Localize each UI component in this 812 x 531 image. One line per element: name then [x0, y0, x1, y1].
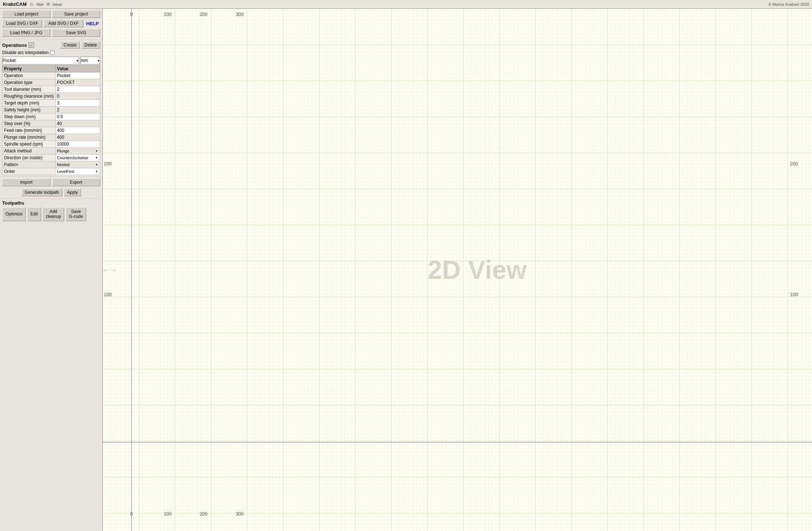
optimize-button[interactable]: Optimize — [2, 207, 26, 221]
prop-header-value: Value — [56, 66, 100, 72]
arrow-left-icon: ← — [103, 266, 109, 274]
property-value-input[interactable] — [57, 128, 98, 133]
collapse-button[interactable]: – — [28, 42, 34, 48]
toolpaths-section: Toolpaths Optimize Edit Add cleanup Save… — [0, 199, 102, 223]
property-label: Feed rate (mm/min) — [3, 127, 56, 134]
property-value — [56, 134, 100, 141]
titlebar: KrabzCAM ☆ Star ⊙ Issue © Marius Krabset… — [0, 0, 812, 9]
svg-rect-1 — [103, 9, 812, 531]
load-png-jpg-button[interactable]: Load PNG / JPG — [2, 29, 50, 37]
property-label: Spindle speed (rpm) — [3, 141, 56, 148]
star-icon: ☆ — [30, 2, 34, 7]
titlebar-title: KrabzCAM — [3, 1, 27, 7]
property-label: Order — [3, 168, 56, 175]
property-label: Roughing clearance (mm) — [3, 93, 56, 100]
svg-text:0: 0 — [130, 511, 133, 517]
generate-row: Generate toolpath Apply — [2, 188, 100, 197]
operations-title: Operations — [2, 43, 27, 48]
svg-btn-row: Load SVG / DXF Add SVG / DXF HELP — [2, 19, 100, 27]
canvas-area[interactable]: 0 100 200 300 0 100 200 300 200 100 200 … — [103, 9, 812, 531]
property-value-input[interactable] — [57, 87, 98, 92]
property-value-select[interactable]: LevelFirstPathFirst — [57, 169, 98, 174]
property-label: Plunge rate (mm/min) — [3, 134, 56, 141]
property-value — [56, 113, 100, 120]
svg-text:100: 100 — [790, 292, 798, 297]
help-button[interactable]: HELP — [85, 20, 100, 27]
property-value: LevelFirstPathFirst▾ — [56, 168, 100, 175]
arrow-right-icon: → — [110, 266, 117, 274]
property-value-select[interactable]: PlungeRampHelix — [57, 149, 98, 153]
star-button[interactable]: Star — [36, 2, 44, 6]
delete-button[interactable]: Delete — [81, 41, 100, 49]
grid-canvas: 0 100 200 300 0 100 200 300 200 100 200 … — [103, 9, 812, 531]
properties-table: Property Value OperationOperation typeTo… — [2, 65, 100, 175]
svg-text:200: 200 — [200, 511, 208, 517]
property-value-select[interactable]: NestedZigZagSpiral — [57, 162, 98, 167]
resize-handle[interactable]: ← → — [103, 266, 117, 274]
property-value-input[interactable] — [57, 142, 98, 147]
operations-section: Operations – Create Delete Disable arc i… — [0, 40, 102, 177]
svg-text:100: 100 — [104, 292, 112, 297]
svg-text:100: 100 — [164, 511, 172, 517]
save-gcode-button[interactable]: Save G-code — [66, 207, 86, 221]
property-value: CounterclockwiseClockwise▾ — [56, 155, 100, 161]
import-export-row: Import Export — [2, 178, 100, 186]
add-cleanup-button[interactable]: Add cleanup — [43, 207, 64, 221]
property-label: Pattern — [3, 161, 56, 168]
toolpaths-title: Toolpaths — [2, 200, 100, 206]
issue-button[interactable]: Issue — [53, 2, 62, 6]
property-value-input[interactable] — [57, 73, 98, 78]
property-value-input[interactable] — [57, 94, 98, 99]
svg-text:300: 300 — [236, 511, 244, 517]
property-label: Step over (%) — [3, 120, 56, 127]
sidebar: Load project Save project Load SVG / DXF… — [0, 9, 103, 531]
property-label: Tool diameter (mm) — [3, 86, 56, 93]
svg-text:200: 200 — [790, 161, 798, 166]
property-value: PlungeRampHelix▾ — [56, 148, 100, 155]
operations-buttons: Create Delete — [60, 41, 100, 49]
property-value — [56, 120, 100, 127]
property-value: NestedZigZagSpiral▾ — [56, 161, 100, 168]
property-value-input[interactable] — [57, 101, 98, 106]
add-svg-dxf-button[interactable]: Add SVG / DXF — [44, 19, 84, 27]
titlebar-left: KrabzCAM ☆ Star ⊙ Issue — [3, 1, 62, 7]
arc-interpolation-row: Disable arc interpolation — [2, 50, 100, 55]
unit-select[interactable]: mm inch — [80, 57, 100, 64]
issue-icon: ⊙ — [46, 2, 50, 6]
create-button[interactable]: Create — [60, 41, 80, 49]
toolpaths-buttons: Optimize Edit Add cleanup Save G-code — [2, 207, 100, 221]
operation-select-row: Pocket Contour Drill ▾ mm inch ▾ — [2, 57, 100, 64]
property-value — [56, 127, 100, 134]
svg-text:0: 0 — [130, 12, 133, 17]
property-label: Operation type — [3, 79, 56, 86]
arc-interpolation-checkbox[interactable] — [50, 50, 55, 55]
property-label: Direction (on inside) — [3, 155, 56, 161]
property-value — [56, 93, 100, 100]
property-label: Step down (mm) — [3, 113, 56, 120]
load-project-button[interactable]: Load project — [2, 10, 50, 18]
prop-header-property: Property — [3, 66, 56, 72]
import-export-section: Import Export Generate toolpath Apply — [0, 177, 102, 199]
property-value-input[interactable] — [57, 114, 98, 119]
apply-button[interactable]: Apply — [64, 188, 81, 196]
property-value-input[interactable] — [57, 107, 98, 112]
project-btn-row: Load project Save project — [2, 10, 100, 18]
property-value-input[interactable] — [57, 80, 98, 85]
property-value-input[interactable] — [57, 135, 98, 140]
property-value-input[interactable] — [57, 121, 98, 126]
property-value — [56, 100, 100, 107]
load-svg-dxf-button[interactable]: Load SVG / DXF — [2, 19, 42, 27]
operation-type-select[interactable]: Pocket Contour Drill — [2, 57, 79, 64]
property-value-select[interactable]: CounterclockwiseClockwise — [57, 156, 98, 160]
export-button[interactable]: Export — [52, 178, 100, 186]
save-project-button[interactable]: Save project — [52, 10, 100, 18]
import-button[interactable]: Import — [2, 178, 50, 186]
svg-text:200: 200 — [104, 161, 112, 166]
save-svg-button[interactable]: Save SVG — [52, 29, 100, 37]
property-value — [56, 79, 100, 86]
generate-toolpath-button[interactable]: Generate toolpath — [21, 188, 62, 196]
png-btn-row: Load PNG / JPG Save SVG — [2, 29, 100, 37]
edit-button[interactable]: Edit — [27, 207, 41, 221]
property-value — [56, 86, 100, 93]
svg-text:100: 100 — [164, 12, 172, 17]
